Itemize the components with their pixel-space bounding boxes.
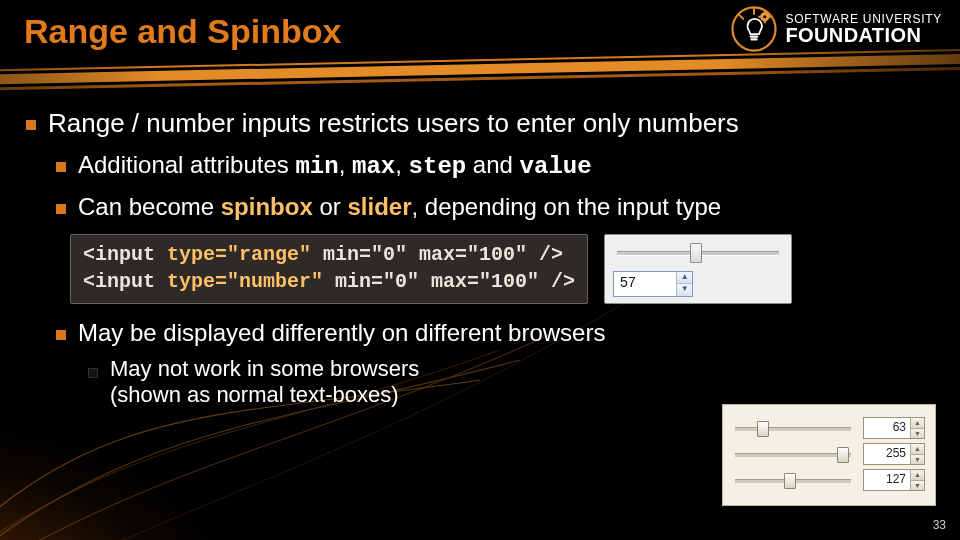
svg-rect-1: [750, 35, 759, 37]
svg-rect-8: [764, 10, 766, 12]
bullet-icon: [26, 120, 36, 130]
title-underline: [0, 45, 960, 100]
spin-up-icon[interactable]: ▲: [676, 272, 692, 285]
bullet-icon: [56, 162, 66, 172]
svg-rect-9: [764, 21, 766, 23]
page-number: 33: [933, 518, 946, 532]
number-input[interactable]: 57 ▲ ▼: [613, 271, 693, 297]
svg-point-7: [764, 15, 767, 18]
lightbulb-gear-icon: [731, 6, 777, 52]
bullet-main: Range / number inputs restricts users to…: [48, 108, 739, 140]
range-slider[interactable]: [613, 241, 783, 263]
spin-down-icon[interactable]: ▼: [910, 455, 924, 465]
svg-rect-10: [759, 16, 761, 18]
mini-number[interactable]: 255▲▼: [863, 443, 925, 465]
bullet-differently: May be displayed differently on differen…: [78, 318, 605, 348]
bullet-spinbox-slider: Can become spinbox or slider, depending …: [78, 192, 721, 222]
bullet-icon: [56, 330, 66, 340]
svg-rect-11: [770, 16, 772, 18]
brand-logo: SOFTWARE UNIVERSITY FOUNDATION: [731, 6, 942, 52]
svg-line-4: [740, 15, 744, 19]
svg-rect-2: [751, 38, 758, 40]
mini-slider[interactable]: [733, 418, 853, 438]
number-value: 57: [614, 272, 676, 296]
spin-down-icon[interactable]: ▼: [910, 481, 924, 491]
slide-title: Range and Spinbox: [24, 12, 341, 51]
example-widget: 57 ▲ ▼: [604, 234, 792, 304]
example-triple-widget: 63▲▼ 255▲▼ 127▲▼: [722, 404, 936, 506]
logo-text-line2: FOUNDATION: [785, 25, 942, 45]
bullet-icon: [56, 204, 66, 214]
slider-thumb-icon[interactable]: [690, 243, 702, 263]
spin-down-icon[interactable]: ▼: [910, 429, 924, 439]
mini-slider[interactable]: [733, 470, 853, 490]
bullet-notwork: May not work in some browsers (shown as …: [110, 356, 419, 408]
spin-down-icon[interactable]: ▼: [676, 284, 692, 296]
code-block: <input type="range" min="0" max="100" />…: [70, 234, 588, 304]
bullet-attributes: Additional attributes min, max, step and…: [78, 150, 592, 182]
triple-row: 127▲▼: [733, 469, 925, 491]
triple-row: 255▲▼: [733, 443, 925, 465]
spin-up-icon[interactable]: ▲: [910, 444, 924, 455]
spin-up-icon[interactable]: ▲: [910, 418, 924, 429]
mini-number[interactable]: 127▲▼: [863, 469, 925, 491]
bullet-icon: [88, 368, 98, 378]
mini-number[interactable]: 63▲▼: [863, 417, 925, 439]
triple-row: 63▲▼: [733, 417, 925, 439]
mini-slider[interactable]: [733, 444, 853, 464]
spin-up-icon[interactable]: ▲: [910, 470, 924, 481]
